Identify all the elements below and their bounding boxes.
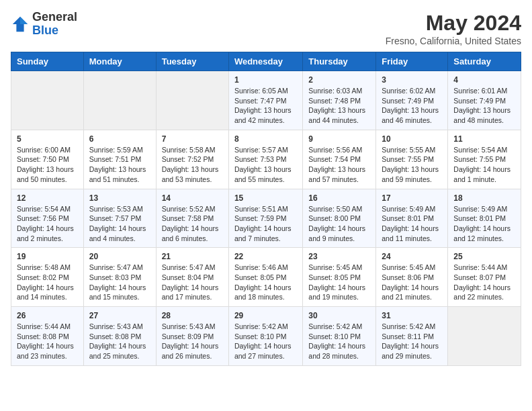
calendar-cell: 23Sunrise: 5:45 AM Sunset: 8:05 PM Dayli… [303, 248, 376, 307]
day-number: 28 [162, 311, 223, 320]
day-number: 10 [382, 134, 442, 144]
calendar-week-5: 26Sunrise: 5:44 AM Sunset: 8:08 PM Dayli… [11, 307, 521, 366]
calendar-cell: 21Sunrise: 5:47 AM Sunset: 8:04 PM Dayli… [156, 248, 228, 307]
day-info: Sunrise: 5:47 AM Sunset: 8:04 PM Dayligh… [162, 263, 223, 302]
calendar-cell: 5Sunrise: 6:00 AM Sunset: 7:50 PM Daylig… [11, 130, 84, 189]
calendar-week-2: 5Sunrise: 6:00 AM Sunset: 7:50 PM Daylig… [11, 130, 521, 189]
calendar-cell: 14Sunrise: 5:52 AM Sunset: 7:58 PM Dayli… [156, 189, 228, 248]
day-number: 2 [308, 75, 370, 85]
day-number: 9 [308, 134, 370, 144]
calendar-cell: 27Sunrise: 5:43 AM Sunset: 8:08 PM Dayli… [83, 307, 156, 366]
logo-blue: Blue [32, 24, 58, 37]
day-info: Sunrise: 5:45 AM Sunset: 8:05 PM Dayligh… [308, 263, 370, 302]
calendar-cell: 26Sunrise: 5:44 AM Sunset: 8:08 PM Dayli… [11, 307, 84, 366]
weekday-header-sunday: Sunday [11, 52, 84, 71]
day-number: 8 [234, 134, 297, 144]
calendar-cell: 20Sunrise: 5:47 AM Sunset: 8:03 PM Dayli… [83, 248, 156, 307]
calendar-cell: 13Sunrise: 5:53 AM Sunset: 7:57 PM Dayli… [83, 189, 156, 248]
calendar-cell: 1Sunrise: 6:05 AM Sunset: 7:47 PM Daylig… [228, 71, 302, 130]
calendar-cell: 29Sunrise: 5:42 AM Sunset: 8:10 PM Dayli… [228, 307, 302, 366]
day-number: 7 [162, 134, 223, 144]
day-number: 17 [382, 193, 442, 203]
day-number: 14 [162, 193, 223, 203]
calendar-table: SundayMondayTuesdayWednesdayThursdayFrid… [11, 52, 521, 366]
calendar-cell: 24Sunrise: 5:45 AM Sunset: 8:06 PM Dayli… [376, 248, 448, 307]
day-info: Sunrise: 5:54 AM Sunset: 7:55 PM Dayligh… [453, 145, 515, 185]
day-number: 11 [453, 134, 515, 144]
day-info: Sunrise: 5:42 AM Sunset: 8:10 PM Dayligh… [234, 322, 297, 361]
calendar-header-row: SundayMondayTuesdayWednesdayThursdayFrid… [11, 52, 521, 71]
day-number: 18 [453, 193, 515, 203]
calendar-cell: 30Sunrise: 5:42 AM Sunset: 8:10 PM Dayli… [303, 307, 376, 366]
calendar-cell: 22Sunrise: 5:46 AM Sunset: 8:05 PM Dayli… [228, 248, 302, 307]
calendar-cell: 25Sunrise: 5:44 AM Sunset: 8:07 PM Dayli… [448, 248, 521, 307]
day-info: Sunrise: 5:49 AM Sunset: 8:01 PM Dayligh… [382, 204, 442, 244]
calendar-cell: 11Sunrise: 5:54 AM Sunset: 7:55 PM Dayli… [448, 130, 521, 189]
day-info: Sunrise: 5:50 AM Sunset: 8:00 PM Dayligh… [308, 204, 370, 244]
calendar-week-3: 12Sunrise: 5:54 AM Sunset: 7:56 PM Dayli… [11, 189, 521, 248]
calendar-cell: 9Sunrise: 5:56 AM Sunset: 7:54 PM Daylig… [303, 130, 376, 189]
day-number: 26 [17, 311, 78, 320]
day-number: 15 [234, 193, 297, 203]
calendar-cell [448, 307, 521, 366]
calendar-cell: 17Sunrise: 5:49 AM Sunset: 8:01 PM Dayli… [376, 189, 448, 248]
day-info: Sunrise: 5:58 AM Sunset: 7:52 PM Dayligh… [162, 145, 223, 185]
day-info: Sunrise: 6:02 AM Sunset: 7:49 PM Dayligh… [382, 86, 442, 126]
day-info: Sunrise: 5:42 AM Sunset: 8:11 PM Dayligh… [382, 322, 442, 361]
calendar-cell: 2Sunrise: 6:03 AM Sunset: 7:48 PM Daylig… [303, 71, 376, 130]
day-info: Sunrise: 5:52 AM Sunset: 7:58 PM Dayligh… [162, 204, 223, 244]
day-number: 13 [89, 193, 150, 203]
calendar-cell: 28Sunrise: 5:43 AM Sunset: 8:09 PM Dayli… [156, 307, 228, 366]
calendar-cell [11, 71, 84, 130]
day-info: Sunrise: 5:43 AM Sunset: 8:09 PM Dayligh… [162, 322, 223, 361]
logo: General Blue [11, 11, 77, 38]
day-number: 24 [382, 252, 442, 261]
day-info: Sunrise: 6:03 AM Sunset: 7:48 PM Dayligh… [308, 86, 370, 126]
day-info: Sunrise: 5:56 AM Sunset: 7:54 PM Dayligh… [308, 145, 370, 185]
day-info: Sunrise: 6:00 AM Sunset: 7:50 PM Dayligh… [17, 145, 78, 185]
day-number: 25 [453, 252, 515, 261]
day-info: Sunrise: 5:55 AM Sunset: 7:55 PM Dayligh… [382, 145, 442, 185]
calendar-cell: 8Sunrise: 5:57 AM Sunset: 7:53 PM Daylig… [228, 130, 302, 189]
calendar-cell [83, 71, 156, 130]
title-month: May 2024 [386, 11, 521, 36]
calendar-cell: 31Sunrise: 5:42 AM Sunset: 8:11 PM Dayli… [376, 307, 448, 366]
day-info: Sunrise: 5:43 AM Sunset: 8:08 PM Dayligh… [89, 322, 150, 361]
day-number: 22 [234, 252, 297, 261]
weekday-header-monday: Monday [83, 52, 156, 71]
weekday-header-wednesday: Wednesday [228, 52, 302, 71]
calendar-week-4: 19Sunrise: 5:48 AM Sunset: 8:02 PM Dayli… [11, 248, 521, 307]
day-info: Sunrise: 5:47 AM Sunset: 8:03 PM Dayligh… [89, 263, 150, 302]
calendar-cell: 16Sunrise: 5:50 AM Sunset: 8:00 PM Dayli… [303, 189, 376, 248]
day-info: Sunrise: 5:44 AM Sunset: 8:07 PM Dayligh… [453, 263, 515, 302]
calendar-cell: 6Sunrise: 5:59 AM Sunset: 7:51 PM Daylig… [83, 130, 156, 189]
day-number: 19 [17, 252, 78, 261]
day-number: 29 [234, 311, 297, 320]
logo-icon [11, 15, 30, 34]
day-number: 6 [89, 134, 150, 144]
day-number: 5 [17, 134, 78, 144]
day-info: Sunrise: 5:51 AM Sunset: 7:59 PM Dayligh… [234, 204, 297, 244]
day-number: 30 [308, 311, 370, 320]
calendar-cell: 3Sunrise: 6:02 AM Sunset: 7:49 PM Daylig… [376, 71, 448, 130]
day-info: Sunrise: 5:49 AM Sunset: 8:01 PM Dayligh… [453, 204, 515, 244]
weekday-header-thursday: Thursday [303, 52, 376, 71]
calendar-cell: 7Sunrise: 5:58 AM Sunset: 7:52 PM Daylig… [156, 130, 228, 189]
day-number: 20 [89, 252, 150, 261]
day-number: 21 [162, 252, 223, 261]
day-info: Sunrise: 5:44 AM Sunset: 8:08 PM Dayligh… [17, 322, 78, 361]
day-info: Sunrise: 5:42 AM Sunset: 8:10 PM Dayligh… [308, 322, 370, 361]
calendar-cell: 19Sunrise: 5:48 AM Sunset: 8:02 PM Dayli… [11, 248, 84, 307]
weekday-header-tuesday: Tuesday [156, 52, 228, 71]
calendar-week-1: 1Sunrise: 6:05 AM Sunset: 7:47 PM Daylig… [11, 71, 521, 130]
day-info: Sunrise: 5:59 AM Sunset: 7:51 PM Dayligh… [89, 145, 150, 185]
logo-general: General [32, 10, 77, 24]
day-info: Sunrise: 5:46 AM Sunset: 8:05 PM Dayligh… [234, 263, 297, 302]
calendar-cell: 18Sunrise: 5:49 AM Sunset: 8:01 PM Dayli… [448, 189, 521, 248]
calendar-cell: 4Sunrise: 6:01 AM Sunset: 7:49 PM Daylig… [448, 71, 521, 130]
day-number: 23 [308, 252, 370, 261]
title-location: Fresno, California, United States [386, 36, 521, 46]
day-number: 12 [17, 193, 78, 203]
day-info: Sunrise: 6:05 AM Sunset: 7:47 PM Dayligh… [234, 86, 297, 126]
day-number: 27 [89, 311, 150, 320]
